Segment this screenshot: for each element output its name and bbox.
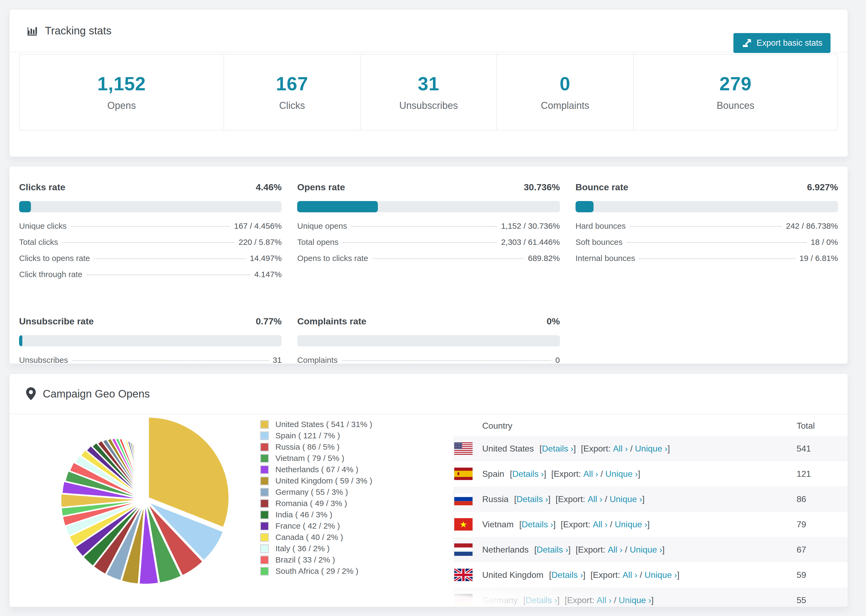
legend-country-name: Italy — [276, 544, 290, 553]
country-column-header: Country — [453, 421, 797, 431]
rate-value: 6.927% — [807, 182, 838, 192]
rate-title: Complaints rate — [297, 316, 366, 327]
export-unique-link[interactable]: Unique › — [645, 570, 677, 580]
rate-detail-row: Unique clicks 167 / 4.456% — [19, 222, 282, 237]
legend-item[interactable]: France ( 42 / 2% ) — [260, 520, 372, 532]
rate-detail-label: Internal bounces — [576, 254, 635, 263]
details-link[interactable]: Details › — [522, 520, 553, 529]
legend-swatch — [260, 443, 269, 451]
legend-country-stats: ( 36 / 2% ) — [290, 544, 330, 553]
legend-country-name: Russia — [276, 442, 300, 451]
legend-country-name: Vietnam — [276, 454, 305, 463]
details-link[interactable]: Details › — [526, 595, 557, 605]
rate-block: Clicks rate 4.46% Unique clicks 167 / 4.… — [19, 178, 282, 286]
country-name: United States — [482, 444, 534, 453]
legend-item[interactable]: Spain ( 121 / 7% ) — [260, 430, 372, 441]
legend-country-stats: ( 55 / 3% ) — [309, 487, 348, 497]
rate-detail-row: Total opens 2,303 / 61.446% — [297, 237, 560, 254]
dotted-leader — [94, 258, 245, 259]
country-total: 86 — [797, 494, 848, 504]
dotted-leader — [630, 226, 781, 227]
legend-item[interactable]: United States ( 541 / 31% ) — [260, 419, 372, 430]
legend-item[interactable]: Italy ( 36 / 2% ) — [260, 543, 372, 554]
details-link[interactable]: Details › — [542, 444, 573, 453]
rate-detail-value: 689.82% — [528, 254, 560, 263]
details-link[interactable]: Details › — [537, 545, 568, 555]
stat-box: 167 Clicks — [224, 55, 360, 130]
rate-progress-fill — [576, 201, 594, 212]
legend-country-stats: ( 541 / 31% ) — [324, 420, 372, 429]
stats-summary-row: 1,152 Opens 167 Clicks 31 Unsubscribes 0… — [19, 54, 838, 130]
details-link[interactable]: Details › — [516, 494, 548, 504]
rate-detail-label: Soft bounces — [576, 237, 623, 247]
export-all-link[interactable]: All › — [623, 570, 638, 580]
rate-detail-row: Unsubscribes 31 — [19, 355, 282, 372]
legend-swatch — [260, 431, 269, 440]
legend-item[interactable]: Netherlands ( 67 / 4% ) — [260, 464, 372, 475]
geo-header: Campaign Geo Opens — [9, 374, 848, 415]
rate-detail-row: Hard bounces 242 / 86.738% — [576, 222, 838, 237]
rate-detail-value: 2,303 / 61.446% — [501, 237, 560, 247]
export-unique-link[interactable]: Unique › — [605, 469, 638, 479]
export-unique-link[interactable]: Unique › — [615, 520, 647, 529]
legend-swatch — [260, 511, 269, 519]
legend-country-name: Netherlands — [276, 465, 319, 474]
rate-value: 0.77% — [256, 316, 282, 327]
bar-chart-icon — [26, 25, 38, 36]
stat-box: 1,152 Opens — [20, 55, 224, 130]
rate-progress-bar — [19, 201, 282, 212]
geo-opens-pie-chart[interactable] — [50, 415, 254, 607]
country-total: 67 — [797, 545, 848, 555]
rate-detail-row: Total clicks 220 / 5.87% — [19, 237, 282, 254]
legend-swatch — [260, 556, 269, 564]
legend-item[interactable]: Romania ( 49 / 3% ) — [260, 498, 372, 509]
export-unique-link[interactable]: Unique › — [635, 444, 668, 453]
export-unique-link[interactable]: Unique › — [610, 494, 642, 504]
export-all-link[interactable]: All › — [587, 494, 602, 504]
export-all-link[interactable]: All › — [583, 469, 598, 479]
country-name: Spain — [482, 469, 504, 479]
rate-detail-value: 0 — [555, 355, 560, 365]
legend-item[interactable]: Germany ( 55 / 3% ) — [260, 486, 372, 498]
legend-item[interactable]: Russia ( 86 / 5% ) — [260, 441, 372, 453]
rate-detail-label: Complaints — [297, 355, 337, 365]
legend-item[interactable]: United Kingdom ( 59 / 3% ) — [260, 475, 372, 486]
export-unique-link[interactable]: Unique › — [630, 545, 662, 555]
stat-label: Opens — [107, 100, 136, 111]
geo-pie-legend: United States ( 541 / 31% ) Spain ( 121 … — [260, 419, 372, 577]
export-unique-link[interactable]: Unique › — [619, 595, 651, 605]
details-link[interactable]: Details › — [512, 469, 544, 479]
legend-country-name: France — [276, 522, 301, 531]
legend-item[interactable]: Brazil ( 33 / 2% ) — [260, 554, 372, 566]
export-all-link[interactable]: All › — [593, 520, 608, 529]
legend-swatch — [260, 522, 269, 531]
details-link[interactable]: Details › — [551, 570, 583, 580]
export-all-link[interactable]: All › — [613, 444, 628, 453]
stat-value: 167 — [276, 73, 308, 94]
legend-item[interactable]: Canada ( 40 / 2% ) — [260, 532, 372, 543]
export-icon — [742, 38, 752, 49]
tracking-stats-title: Tracking stats — [45, 25, 111, 37]
export-basic-stats-button[interactable]: Export basic stats — [734, 33, 830, 53]
legend-swatch — [260, 499, 269, 508]
legend-item[interactable]: Vietnam ( 79 / 5% ) — [260, 453, 372, 464]
legend-item[interactable]: South Africa ( 29 / 2% ) — [260, 566, 372, 577]
country-flag-icon — [454, 544, 472, 556]
rate-detail-value: 242 / 86.738% — [786, 222, 838, 231]
country-total: 55 — [797, 595, 848, 605]
rate-progress-fill — [19, 201, 31, 212]
rate-title: Clicks rate — [19, 182, 65, 192]
rate-detail-value: 4.147% — [254, 270, 282, 279]
country-flag-icon — [454, 569, 472, 581]
export-all-link[interactable]: All › — [597, 595, 612, 605]
export-all-link[interactable]: All › — [608, 545, 623, 555]
country-flag-icon — [454, 468, 472, 480]
legend-country-name: India — [276, 510, 293, 519]
geo-table-row: Vietnam [Details ›] [Export: All › / Uni… — [453, 512, 848, 537]
legend-item[interactable]: India ( 46 / 3% ) — [260, 509, 372, 520]
rate-block: Opens rate 30.736% Unique opens 1,152 / … — [297, 178, 560, 286]
rate-progress-fill — [297, 201, 378, 212]
rate-progress-bar — [576, 201, 838, 212]
stat-label: Complaints — [541, 100, 589, 111]
dotted-leader — [627, 242, 806, 243]
